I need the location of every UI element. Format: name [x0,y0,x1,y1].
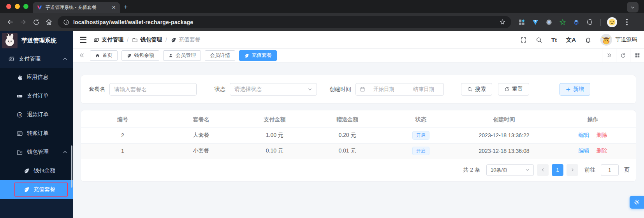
sidebar-scrollbar[interactable] [71,145,72,188]
tab-member-detail[interactable]: 会员详情 [205,50,235,61]
extensions-puzzle-icon[interactable] [586,18,594,27]
delete-link[interactable]: 删除 [596,132,607,138]
sidebar-logo[interactable]: 芋道管理系统 [0,31,73,50]
tab-recharge-package[interactable]: 充值套餐 [239,50,277,61]
breadcrumb-item-payment[interactable]: 支付管理 [93,36,123,43]
reset-button-label: 重置 [512,86,523,93]
collapse-sidebar-icon[interactable] [80,37,86,43]
sidebar-item-recharge-package[interactable]: 充值套餐 [0,180,73,199]
payment-icon [93,37,99,43]
blue-layers-extension-icon[interactable] [572,18,581,27]
scroll-tabs-right-icon[interactable] [602,49,616,62]
tab-wallet-balance[interactable]: 钱包余额 [121,50,159,61]
refresh-page-icon[interactable] [616,49,630,62]
delete-link[interactable]: 删除 [596,147,607,154]
scroll-tabs-left-icon[interactable] [79,53,84,58]
macos-traffic-lights[interactable] [6,4,28,9]
leaf-icon [171,37,176,43]
minimize-window-button[interactable] [15,4,20,9]
url-text[interactable]: localhost/pay/wallet/wallet-recharge-pac… [73,19,495,25]
cell-created: 2023-12-18 13:36:08 [458,143,550,159]
search-button[interactable]: 搜索 [461,83,492,96]
sidebar-item-payment-orders[interactable]: 支付订单 [0,87,73,105]
tab-home[interactable]: 首页 [90,50,118,61]
page-size-select[interactable]: 10条/页 [486,164,534,176]
sidebar-item-payment-management[interactable]: 支付管理 [0,50,73,68]
maximize-window-button[interactable] [23,4,28,9]
green-star-extension-icon[interactable] [558,18,567,27]
address-bar[interactable]: localhost/pay/wallet/wallet-recharge-pac… [58,16,511,28]
edit-link[interactable]: 编辑 [579,132,589,138]
next-page-button[interactable] [567,164,578,176]
breadcrumb-label: 支付管理 [102,36,123,43]
site-info-icon[interactable] [63,19,69,25]
language-icon[interactable]: 文A [566,36,576,44]
font-size-icon[interactable]: Tt [551,37,557,43]
new-tab-button[interactable]: + [124,3,128,11]
sidebar-item-label: 支付管理 [19,55,40,62]
sidebar-item-label: 转账订单 [27,130,49,137]
date-range-picker[interactable]: 开始日期 – 结束日期 [355,83,444,96]
tab-close-icon[interactable]: ✕ [111,5,116,10]
bank-card-icon [16,130,23,137]
sidebar-item-label: 钱包余额 [33,167,55,174]
page-header: 支付管理 / 钱包管理 / 充值套餐 [73,31,644,49]
sidebar-item-transfer-orders[interactable]: 转账订单 [0,124,73,143]
tab-search-button[interactable] [627,2,639,12]
sidebar-item-refund-orders[interactable]: R 退款订单 [0,105,73,124]
gray-circle-extension-icon[interactable] [545,18,553,27]
extension-grid-icon[interactable] [517,18,526,27]
close-window-button[interactable] [6,4,11,9]
bookmark-star-icon[interactable] [499,19,506,25]
notification-bell-icon[interactable] [585,37,591,43]
tab-bar-controls [602,49,644,62]
browser-tab[interactable]: 芋道管理系统 - 充值套餐 ✕ [33,2,120,13]
goto-page-input[interactable] [601,164,619,176]
back-button[interactable] [4,16,17,28]
chevron-left-icon [541,168,545,172]
browser-menu-icon[interactable] [626,19,628,25]
user-avatar [600,34,612,46]
cell-bonus: 0.01 元 [311,143,383,159]
page-content: 套餐名 状态 请选择状态 创建时间 开始日期 – 结束日期 搜索 [73,62,644,218]
table-row: 2 大套餐 1.00 元 0.20 元 开启 2023-12-18 13:36:… [81,128,636,143]
packages-table: 编号 套餐名 支付金额 赠送金额 状态 创建时间 操作 2 大套餐 [81,112,636,159]
package-name-input[interactable] [109,83,197,96]
browser-profile-avatar[interactable] [607,17,617,27]
apple-icon [16,74,23,80]
sidebar-item-label: 充值套餐 [33,186,55,193]
calendar-icon [360,87,365,92]
tags-view-bar: 首页 钱包余额 会员管理 会员详情 充值套餐 [73,49,644,62]
user-menu[interactable]: 芋道源码 [600,34,637,46]
chevron-down-icon [308,87,312,92]
chevron-down-icon [525,168,530,172]
tab-member-management[interactable]: 会员管理 [163,50,201,61]
sidebar-item-wallet-management[interactable]: 钱包管理 [0,143,73,161]
reset-button[interactable]: 重置 [498,83,529,96]
fullscreen-icon[interactable] [520,37,527,43]
breadcrumb-item-wallet[interactable]: 钱包管理 [132,36,162,43]
status-label: 状态 [215,86,225,93]
reload-button[interactable] [30,16,42,28]
page-unit-label: 页 [624,167,630,174]
sidebar-item-app-info[interactable]: 应用信息 [0,68,73,87]
edit-link[interactable]: 编辑 [579,147,589,154]
sidebar-item-wallet-balance[interactable]: 钱包余额 [0,161,73,180]
extensions-area [517,17,630,27]
sidebar: 芋道管理系统 支付管理 应用信息 支付订单 R 退款订单 转账订单 [0,31,73,218]
home-button[interactable] [42,16,55,28]
sidebar-item-label: 支付订单 [27,92,49,99]
forward-button[interactable] [17,16,30,28]
vue-devtools-icon[interactable] [531,18,540,27]
prev-page-button[interactable] [537,164,549,176]
theme-settings-button[interactable] [630,196,644,209]
status-select[interactable]: 请选择状态 [230,83,317,96]
refresh-icon [504,87,510,92]
add-button[interactable]: 新增 [560,83,590,96]
layout-grid-icon[interactable] [630,49,644,62]
current-page-button[interactable]: 1 [552,164,563,176]
goto-page-label: 前往 [584,167,595,174]
search-icon[interactable] [536,37,542,43]
svg-text:R: R [19,113,21,117]
cell-name: 大套餐 [164,128,238,143]
